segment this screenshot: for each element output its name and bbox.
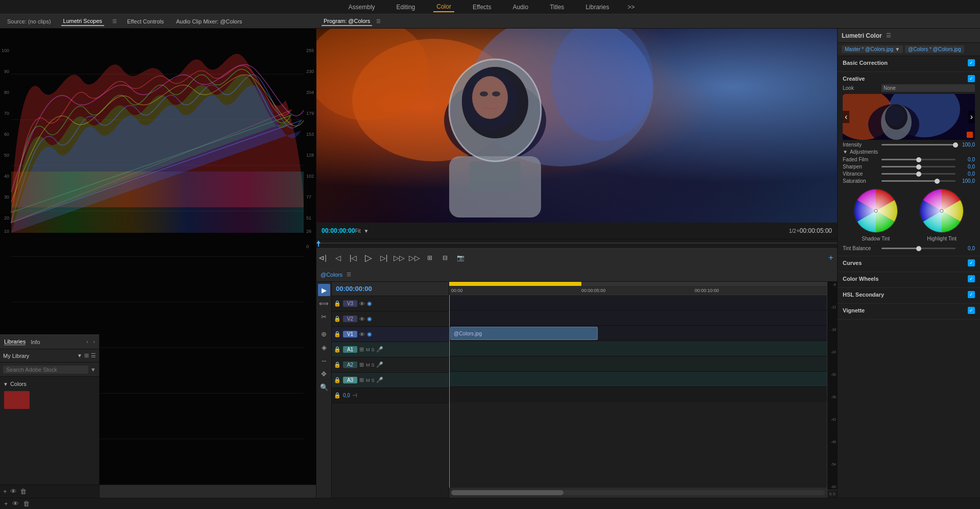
- transport-export-frame-btn[interactable]: 📷: [454, 252, 467, 264]
- transport-in-point-btn[interactable]: ⊞: [424, 252, 436, 264]
- lc-color-wheels-checkbox[interactable]: ✓: [968, 275, 975, 282]
- lc-hsl-header[interactable]: HSL Secondary ✓: [843, 291, 975, 298]
- lc-vignette-header[interactable]: Vignette ✓: [843, 307, 975, 314]
- track-eye-v3-icon[interactable]: ◉: [367, 300, 372, 307]
- lc-header-menu-icon[interactable]: ☰: [886, 32, 891, 39]
- lib-search-options-icon[interactable]: ▼: [90, 367, 96, 373]
- effect-controls-tab[interactable]: Effect Controls: [125, 17, 166, 26]
- nav-item-audio[interactable]: Audio: [509, 3, 531, 12]
- track-trim-icon[interactable]: ⊣: [352, 392, 357, 399]
- status-visibility-icon[interactable]: 👁: [12, 500, 19, 507]
- lib-tab-info[interactable]: Info: [31, 339, 40, 345]
- nav-item-assembly[interactable]: Assembly: [346, 3, 378, 12]
- track-eye-v1-icon[interactable]: ◉: [367, 331, 372, 337]
- lc-saturation-thumb[interactable]: [935, 179, 940, 184]
- track-lock-a1-icon[interactable]: 🔒: [334, 346, 341, 353]
- lc-creative-header[interactable]: Creative ✓: [843, 75, 975, 82]
- track-lane-extra[interactable]: [449, 387, 827, 402]
- tool-ripple2-btn[interactable]: ◈: [318, 341, 330, 353]
- vu-s2-btn[interactable]: S: [833, 492, 836, 496]
- timeline-scrollbar[interactable]: [451, 490, 825, 495]
- transport-out-point-btn[interactable]: ⊟: [439, 252, 451, 264]
- track-a2-s-btn[interactable]: S: [372, 362, 375, 368]
- lc-vibrance-slider[interactable]: [881, 173, 955, 175]
- timeline-ruler[interactable]: 00:00 00:00:05:00 00:00:10:00: [449, 286, 827, 295]
- lc-curves-checkbox[interactable]: ✓: [968, 259, 975, 266]
- tool-razor-btn[interactable]: ✂: [318, 310, 330, 323]
- tool-zoom-btn[interactable]: 🔍: [318, 381, 330, 393]
- lib-tab-libraries[interactable]: Libraries: [4, 338, 26, 345]
- lc-color-wheels-header[interactable]: Color Wheels ✓: [843, 275, 975, 282]
- track-lane-a3[interactable]: [449, 372, 827, 387]
- lc-intensity-slider[interactable]: [881, 144, 955, 146]
- panel-add-icon[interactable]: +: [3, 488, 7, 495]
- timeline-header-menu[interactable]: ☰: [347, 272, 351, 277]
- track-lane-v1[interactable]: @Colors.jpg: [449, 326, 827, 341]
- track-a3-m-btn[interactable]: M: [366, 378, 370, 383]
- panel-visibility-icon[interactable]: 👁: [10, 488, 17, 495]
- track-offset-value[interactable]: 0,0: [343, 393, 350, 398]
- lc-vignette-checkbox[interactable]: ✓: [968, 307, 975, 314]
- track-lock-a3-icon[interactable]: 🔒: [334, 377, 341, 383]
- track-a3-s-btn[interactable]: S: [372, 378, 375, 383]
- lc-shadow-tint-wheel[interactable]: [853, 188, 899, 234]
- track-eye-v2-icon[interactable]: ◉: [367, 316, 372, 322]
- status-trash-icon[interactable]: 🗑: [23, 500, 30, 507]
- lc-vibrance-thumb[interactable]: [916, 172, 921, 177]
- audio-clip-mixer-tab[interactable]: Audio Clip Mixer: @Colors: [174, 17, 244, 26]
- transport-add-marker-btn[interactable]: +: [825, 252, 837, 264]
- track-lock-v1-icon[interactable]: 🔒: [334, 331, 341, 337]
- nav-item-libraries[interactable]: Libraries: [582, 3, 612, 12]
- lc-basic-correction-header[interactable]: Basic Correction ✓: [843, 59, 975, 66]
- timeline-scrollbar-thumb[interactable]: [451, 490, 564, 495]
- scopes-menu-icon[interactable]: ☰: [112, 18, 117, 24]
- lc-master-btn[interactable]: Master * @Colors.jpg ▼: [842, 45, 903, 53]
- lib-section-colors[interactable]: ▼ Colors: [2, 379, 97, 389]
- transport-step-next-btn[interactable]: ▷|: [378, 252, 390, 264]
- program-menu-icon[interactable]: ☰: [376, 18, 381, 24]
- lc-adjustments-header[interactable]: ▼ Adjustments: [843, 149, 975, 155]
- lc-faded-film-slider[interactable]: [881, 159, 955, 160]
- nav-item-color[interactable]: Color: [433, 2, 454, 12]
- track-visibility-v3-icon[interactable]: 👁: [359, 301, 365, 307]
- lc-look-value[interactable]: None: [881, 84, 975, 92]
- lib-list-view-icon[interactable]: ☰: [91, 352, 96, 359]
- track-lane-a1[interactable]: [449, 341, 827, 356]
- track-lane-v3[interactable]: [449, 295, 827, 310]
- transport-next-frame-btn[interactable]: ▷▷: [393, 252, 405, 264]
- track-a2-mic-icon[interactable]: 🎤: [376, 361, 383, 368]
- nav-item-effects[interactable]: Effects: [470, 3, 494, 12]
- status-add-btn[interactable]: +: [4, 500, 8, 507]
- track-lane-v2[interactable]: [449, 310, 827, 326]
- lc-tint-balance-thumb[interactable]: [916, 246, 921, 251]
- program-tab[interactable]: Program: @Colors: [322, 17, 372, 26]
- lib-item-red[interactable]: [4, 391, 30, 409]
- lc-basic-correction-checkbox[interactable]: ✓: [968, 59, 975, 66]
- tool-nudge-btn[interactable]: ↔: [318, 354, 330, 367]
- tool-ripple-btn[interactable]: ⟺: [318, 297, 330, 309]
- monitor-snap-icon[interactable]: ⌖: [796, 227, 800, 234]
- track-visibility-v1-icon[interactable]: 👁: [359, 331, 365, 337]
- transport-prev-frame-btn[interactable]: ◁: [332, 252, 344, 264]
- track-lock-extra-icon[interactable]: 🔒: [334, 392, 341, 399]
- lc-sharpen-thumb[interactable]: [916, 164, 921, 169]
- tool-select-btn[interactable]: ▶: [318, 284, 330, 296]
- lib-grid-view-icon[interactable]: ⊞: [84, 352, 89, 359]
- lc-tint-balance-slider[interactable]: [881, 248, 955, 249]
- track-lock-v3-icon[interactable]: 🔒: [334, 300, 341, 307]
- track-sync-a2-icon[interactable]: ⊞: [359, 361, 364, 368]
- transport-play-btn[interactable]: ▷: [362, 252, 375, 264]
- lc-intensity-thumb[interactable]: [953, 142, 958, 148]
- track-a1-m-btn[interactable]: M: [366, 347, 370, 352]
- monitor-playhead-marker[interactable]: [316, 240, 321, 247]
- source-tab[interactable]: Source: (no clips): [5, 17, 53, 26]
- track-sync-a1-icon[interactable]: ⊞: [359, 346, 364, 353]
- nav-item-editing[interactable]: Editing: [394, 3, 419, 12]
- nav-item-titles[interactable]: Titles: [547, 3, 567, 12]
- timeline-in-bar[interactable]: [449, 282, 827, 286]
- transport-forward-btn[interactable]: ▷▷: [408, 252, 421, 264]
- lc-creative-checkbox[interactable]: ✓: [968, 75, 975, 82]
- lc-curves-header[interactable]: Curves ✓: [843, 259, 975, 266]
- lib-more-icon[interactable]: ›: [86, 339, 88, 345]
- lib-more2-icon[interactable]: ›: [93, 339, 95, 345]
